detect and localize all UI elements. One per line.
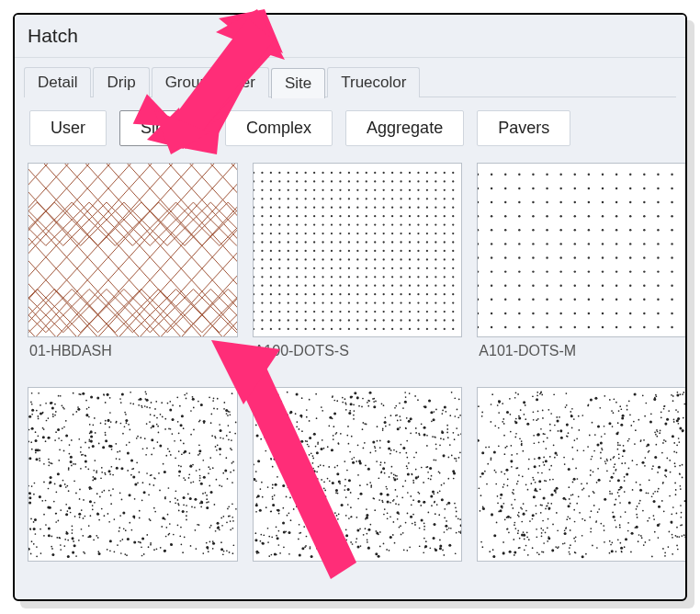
svg-point-2177 (310, 502, 313, 505)
svg-point-693 (400, 301, 401, 303)
svg-point-1920 (292, 508, 294, 510)
svg-point-1160 (52, 414, 54, 415)
svg-point-318 (269, 172, 271, 174)
svg-point-2834 (551, 413, 553, 415)
svg-point-915 (588, 299, 590, 301)
svg-point-936 (672, 313, 673, 314)
svg-point-646 (409, 285, 411, 287)
svg-point-461 (261, 223, 263, 225)
pattern-cell[interactable] (253, 387, 463, 562)
svg-point-2542 (537, 418, 539, 420)
svg-point-1896 (446, 432, 448, 434)
svg-point-961 (101, 508, 103, 510)
svg-point-687 (347, 301, 349, 303)
svg-point-2396 (666, 418, 669, 421)
svg-point-1099 (55, 431, 57, 433)
svg-point-2128 (356, 538, 357, 540)
tab-site[interactable]: Site (271, 68, 325, 98)
svg-point-983 (230, 472, 231, 473)
tab-groundcover[interactable]: Groundcover (152, 67, 269, 97)
svg-point-1127 (140, 437, 141, 438)
svg-point-448 (356, 215, 358, 217)
svg-point-1814 (386, 494, 389, 496)
svg-point-2050 (459, 415, 461, 416)
svg-point-1933 (400, 534, 401, 536)
svg-point-1257 (67, 510, 69, 512)
svg-point-950 (658, 326, 660, 328)
svg-point-521 (365, 241, 367, 243)
svg-point-1441 (33, 521, 35, 523)
svg-point-2827 (680, 485, 682, 487)
svg-point-1796 (285, 429, 287, 431)
svg-point-1733 (444, 508, 446, 510)
svg-point-609 (296, 276, 298, 278)
svg-point-1356 (146, 423, 148, 425)
svg-point-2229 (427, 512, 429, 514)
btn-complex[interactable]: Complex (225, 110, 333, 146)
svg-point-938 (491, 326, 492, 328)
svg-point-2194 (300, 490, 302, 492)
svg-point-2557 (518, 516, 520, 517)
svg-point-1778 (443, 406, 446, 409)
svg-point-2045 (400, 525, 401, 527)
svg-point-1551 (80, 451, 82, 453)
svg-point-2862 (598, 468, 600, 470)
tab-drip[interactable]: Drip (93, 67, 149, 97)
svg-point-2871 (648, 451, 649, 453)
svg-point-1873 (362, 448, 364, 449)
svg-point-1474 (35, 431, 37, 433)
svg-point-1434 (60, 395, 62, 397)
svg-point-1459 (212, 400, 214, 402)
svg-point-2149 (369, 482, 371, 483)
svg-point-1178 (119, 450, 121, 452)
svg-point-878 (491, 270, 492, 272)
svg-point-454 (409, 215, 411, 217)
svg-point-1782 (353, 404, 355, 405)
svg-point-1124 (74, 463, 76, 465)
svg-point-660 (322, 293, 323, 295)
svg-point-2345 (632, 489, 634, 491)
svg-point-523 (382, 241, 384, 243)
svg-point-2378 (519, 538, 521, 540)
svg-point-1446 (202, 552, 204, 554)
svg-point-1908 (299, 415, 302, 417)
tab-detail[interactable]: Detail (24, 67, 91, 97)
pattern-cell[interactable]: 01-HBDASH (28, 163, 238, 372)
pattern-cell[interactable] (477, 387, 685, 562)
tab-truecolor[interactable]: Truecolor (327, 67, 420, 97)
svg-point-2849 (607, 460, 609, 461)
svg-point-2840 (617, 442, 619, 444)
pattern-cell[interactable]: A101-DOTS-M (477, 163, 685, 372)
svg-point-1615 (292, 429, 294, 431)
svg-point-2680 (653, 515, 655, 517)
svg-point-2118 (351, 543, 353, 545)
svg-point-2022 (342, 402, 344, 404)
pattern-cell[interactable] (28, 387, 238, 562)
svg-point-2611 (571, 427, 573, 429)
svg-point-482 (443, 223, 445, 225)
svg-point-1582 (72, 529, 73, 531)
svg-point-429 (400, 207, 401, 209)
svg-point-1647 (288, 452, 289, 454)
svg-point-2736 (638, 503, 640, 505)
svg-point-662 (339, 293, 341, 295)
btn-aggregate[interactable]: Aggregate (345, 110, 464, 146)
svg-point-2704 (514, 421, 516, 423)
btn-user[interactable]: User (29, 110, 107, 146)
svg-point-1890 (390, 502, 391, 504)
svg-point-2374 (673, 419, 675, 421)
btn-simple[interactable]: Simple (119, 110, 212, 146)
svg-point-1105 (81, 529, 83, 530)
svg-point-495 (347, 233, 349, 234)
svg-point-917 (615, 299, 617, 301)
svg-point-975 (92, 480, 94, 482)
btn-pavers[interactable]: Pavers (477, 110, 570, 146)
pattern-cell[interactable]: A100-DOTS-S (253, 163, 463, 372)
svg-point-2436 (575, 536, 577, 538)
svg-point-2218 (308, 420, 310, 422)
svg-point-1418 (177, 503, 179, 505)
svg-point-2349 (569, 551, 570, 553)
svg-point-942 (547, 326, 548, 328)
svg-point-909 (504, 299, 506, 301)
svg-point-469 (331, 223, 333, 225)
